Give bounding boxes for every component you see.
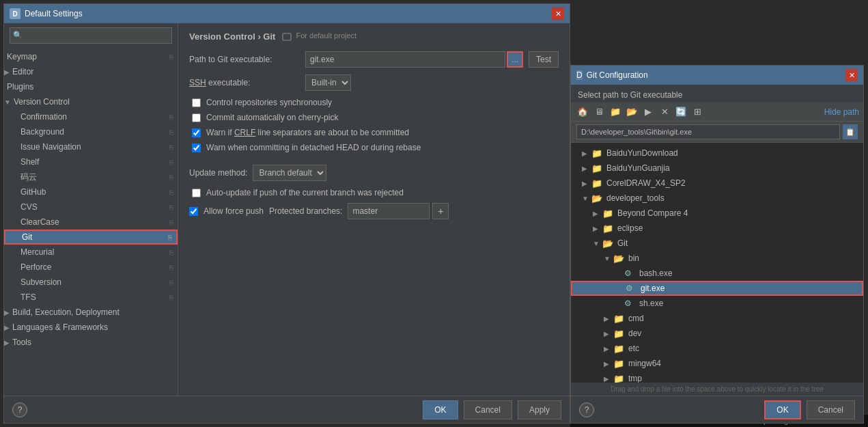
sync-checkbox[interactable] (192, 98, 201, 107)
git-label: Git (22, 232, 32, 242)
sidebar-item-clearcase[interactable]: ClearCase ⎘ (4, 215, 178, 230)
coreldraw-arrow: ▶ (582, 180, 591, 187)
ftree-mingw64[interactable]: ▶ 📁 mingw64 (571, 356, 863, 371)
toolbar-cancel-button[interactable]: ✕ (657, 105, 672, 120)
toolbar-newfolder-button[interactable]: 📂 (624, 105, 639, 120)
sidebar-item-keymap[interactable]: Keymap ⎘ (4, 49, 178, 64)
ftree-baiduyunguanjia[interactable]: ▶ 📁 BaiduYunGuanjia (571, 161, 863, 176)
detached-checkbox[interactable] (192, 143, 201, 152)
tmp-arrow: ▶ (604, 375, 613, 383)
toolbar-folder-button[interactable]: 📁 (608, 105, 623, 120)
forcepush-checkbox[interactable] (189, 207, 198, 216)
hide-path-link[interactable]: Hide path (824, 107, 859, 117)
toolbar-home-button[interactable]: 🏠 (575, 105, 590, 120)
git-config-ok-button[interactable]: OK (764, 400, 800, 419)
ftree-tmp[interactable]: ▶ 📁 tmp (571, 371, 863, 383)
ftree-dev[interactable]: ▶ 📁 dev (571, 326, 863, 341)
sidebar-item-build[interactable]: ▶ Build, Execution, Deployment (4, 305, 178, 320)
sidebar-item-subversion[interactable]: Subversion ⎘ (4, 275, 178, 290)
ftree-eclipse[interactable]: ▶ 📁 eclipse (571, 221, 863, 236)
autoupdate-checkbox[interactable] (192, 189, 201, 197)
main-help-button[interactable]: ? (12, 402, 27, 417)
etc-arrow: ▶ (604, 345, 613, 353)
protected-input[interactable] (348, 203, 430, 219)
sidebar-item-editor[interactable]: ▶ Editor (4, 64, 178, 79)
cvs-label: CVS (20, 202, 38, 212)
bin-label: bin (628, 253, 639, 263)
breadcrumb: Version Control › Git (189, 31, 275, 42)
protected-add-button[interactable]: + (432, 203, 449, 219)
git-config-help-button[interactable]: ? (579, 402, 594, 417)
sidebar-item-issuenavigation[interactable]: Issue Navigation ⎘ (4, 139, 178, 154)
path-display-input[interactable] (576, 124, 840, 139)
ssh-select[interactable]: Built-in Native (305, 74, 351, 91)
ssh-label-suffix: executable: (208, 78, 250, 87)
ftree-cmd[interactable]: ▶ 📁 cmd (571, 311, 863, 326)
sidebar-item-github[interactable]: GitHub ⎘ (4, 184, 178, 199)
cherry-checkbox[interactable] (192, 113, 201, 122)
sidebar-item-plugins[interactable]: Plugins (4, 79, 178, 94)
git-ok-label: OK (776, 405, 788, 415)
muyun-label: 码云 (20, 171, 37, 183)
sidebar-item-confirmation[interactable]: Confirmation ⎘ (4, 109, 178, 124)
sidebar-item-background[interactable]: Background ⎘ (4, 124, 178, 139)
ftree-shexe[interactable]: ⚙ sh.exe (571, 296, 863, 311)
sidebar-item-tools[interactable]: ▶ Tools (4, 335, 178, 350)
sidebar-item-mercurial[interactable]: Mercurial ⎘ (4, 245, 178, 260)
ftree-developertools[interactable]: ▼ 📂 developer_tools (571, 191, 863, 206)
gitexe-label: git.exe (641, 284, 664, 293)
sidebar-item-versioncontrol[interactable]: ▼ Version Control (4, 94, 178, 109)
main-cancel-label: Cancel (475, 405, 501, 415)
toolbar-grid-button[interactable]: ⊞ (690, 105, 705, 120)
for-project-text: For default project (296, 31, 356, 40)
browse-button[interactable]: ... (507, 51, 523, 68)
ftree-gitfolder[interactable]: ▼ 📂 Git (571, 236, 863, 251)
eclipse-label: eclipse (617, 223, 643, 233)
drag-hint: Drag and drop a file into the space abov… (571, 383, 863, 396)
git-config-dialog: D Git Configuration ✕ Select path to Git… (570, 65, 864, 424)
forcepush-row: Allow force push Protected branches: + (189, 203, 559, 219)
ftree-gitexe[interactable]: ⚙ git.exe (571, 281, 863, 296)
content-area: Version Control › Git For default projec… (178, 23, 570, 396)
path-input[interactable] (305, 51, 505, 68)
path-copy-button[interactable]: 📋 (843, 124, 858, 139)
git-config-close-button[interactable]: ✕ (845, 69, 858, 81)
sidebar-item-cvs[interactable]: CVS ⎘ (4, 199, 178, 215)
sidebar-item-git[interactable]: Git ⎘ (4, 230, 178, 245)
main-help-label: ? (18, 405, 23, 415)
git-config-cancel-button[interactable]: Cancel (807, 400, 855, 419)
mercurial-copy-icon: ⎘ (169, 249, 173, 256)
sidebar-item-tfs[interactable]: TFS ⎘ (4, 290, 178, 305)
sidebar-item-muyun[interactable]: 码云 ⎘ (4, 169, 178, 184)
gitexe-file-icon: ⚙ (626, 284, 638, 293)
toolbar-forward-button[interactable]: ▶ (641, 105, 656, 120)
sidebar-item-perforce[interactable]: Perforce ⎘ (4, 260, 178, 275)
sidebar-item-shelf[interactable]: Shelf ⎘ (4, 154, 178, 169)
toolbar-desktop-button[interactable]: 🖥 (591, 105, 606, 120)
bashexe-file-icon: ⚙ (624, 268, 636, 278)
crlf-checkbox[interactable] (192, 128, 201, 137)
search-input[interactable] (10, 27, 172, 44)
ftree-bin[interactable]: ▼ 📂 bin (571, 251, 863, 266)
toolbar-refresh-button[interactable]: 🔄 (673, 105, 688, 120)
ftree-beyondcompare[interactable]: ▶ 📁 Beyond Compare 4 (571, 206, 863, 221)
ftree-baiduyundownload[interactable]: ▶ 📁 BaiduYunDownload (571, 146, 863, 161)
ftree-coreldraw[interactable]: ▶ 📁 CorelDRAW_X4_SP2 (571, 176, 863, 191)
ftree-etc[interactable]: ▶ 📁 etc (571, 341, 863, 356)
dev-label: dev (628, 329, 641, 338)
main-apply-button[interactable]: Apply (518, 400, 561, 419)
main-cancel-button[interactable]: Cancel (464, 400, 512, 419)
languages-label: Languages & Frameworks (12, 322, 108, 332)
update-label: Update method: (189, 168, 247, 178)
ftree-bashexe[interactable]: ⚙ bash.exe (571, 266, 863, 281)
perforce-label: Perforce (20, 262, 51, 272)
divider (189, 158, 559, 165)
plugins-label: Plugins (7, 82, 33, 92)
update-select[interactable]: Branch default Merge Rebase (253, 165, 326, 181)
sidebar-item-languages[interactable]: ▶ Languages & Frameworks (4, 320, 178, 335)
test-button[interactable]: Test (529, 51, 559, 68)
settings-sidebar: 🔍 Keymap ⎘ ▶ Editor Plugins ▼ (4, 23, 178, 396)
subversion-copy-icon: ⎘ (169, 279, 173, 286)
main-ok-button[interactable]: OK (423, 400, 458, 419)
main-dialog-close-button[interactable]: ✕ (552, 8, 564, 20)
